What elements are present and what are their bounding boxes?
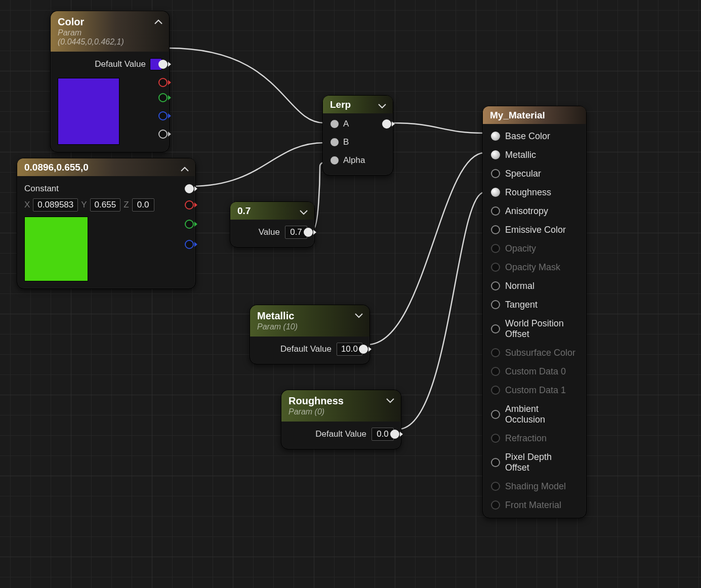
output-pin-b[interactable] (158, 111, 168, 121)
node-title: Metallic (257, 310, 347, 321)
input-pin-icon[interactable] (491, 150, 500, 159)
input-pin-icon[interactable] (491, 281, 500, 290)
node-lerp[interactable]: Lerp A B Alpha (322, 95, 393, 176)
node-roughness-param[interactable]: Roughness Param (0) Default Value 0.0 (281, 390, 401, 449)
node-title: Roughness (288, 395, 379, 406)
default-value-label: Default Value (315, 429, 366, 439)
input-pin-icon[interactable] (491, 482, 500, 491)
input-pin-alpha[interactable] (330, 156, 339, 165)
input-label: Custom Data 1 (505, 385, 566, 396)
z-value[interactable]: 0.0 (132, 198, 154, 212)
material-input-shading-model[interactable]: Shading Model (483, 477, 586, 496)
input-pin-icon[interactable] (491, 458, 500, 467)
output-pin-b[interactable] (184, 239, 194, 249)
output-pin[interactable] (303, 227, 313, 237)
node-title: 0.7 (237, 206, 292, 217)
node-header[interactable]: My_Material (483, 106, 586, 124)
output-pin-r[interactable] (184, 200, 194, 210)
chevron-up-icon[interactable] (154, 17, 163, 26)
input-pin-icon[interactable] (491, 244, 500, 253)
material-input-ambient-occlusion[interactable]: Ambient Occlusion (483, 400, 586, 429)
material-input-normal[interactable]: Normal (483, 277, 586, 296)
input-pin-icon[interactable] (491, 300, 500, 309)
node-header[interactable]: 0.7 (230, 202, 314, 220)
chevron-down-icon[interactable] (386, 396, 395, 405)
constant-label: Constant (24, 184, 59, 194)
input-label: Shading Model (505, 481, 566, 492)
material-input-refraction[interactable]: Refraction (483, 429, 586, 448)
input-label: Anisotropy (505, 206, 548, 217)
input-pin-icon[interactable] (491, 367, 500, 376)
input-pin-b[interactable] (330, 138, 339, 147)
material-input-pixel-depth-offset[interactable]: Pixel Depth Offset (483, 448, 586, 477)
node-scalar-07[interactable]: 0.7 Value 0.7 (230, 201, 315, 247)
node-title: My_Material (490, 110, 564, 121)
node-header[interactable]: 0.0896,0.655,0 (17, 158, 195, 176)
material-input-opacity[interactable]: Opacity (483, 239, 586, 258)
input-pin-icon[interactable] (491, 169, 500, 178)
input-pin-icon[interactable] (491, 132, 500, 141)
input-pin-icon[interactable] (491, 410, 500, 419)
node-material-output[interactable]: My_Material Base ColorMetallicSpecularRo… (482, 106, 587, 518)
chevron-down-icon[interactable] (378, 102, 387, 111)
material-input-custom-data-1[interactable]: Custom Data 1 (483, 381, 586, 400)
node-color-param[interactable]: Color Param (0.0445,0,0.462,1) Default V… (50, 11, 170, 152)
input-pin-icon[interactable] (491, 348, 500, 357)
material-input-metallic[interactable]: Metallic (483, 146, 586, 164)
input-label: Subsurface Color (505, 348, 575, 358)
node-header[interactable]: Color Param (0.0445,0,0.462,1) (51, 11, 169, 52)
input-label: Roughness (505, 187, 551, 198)
output-pin[interactable] (358, 344, 368, 354)
x-value[interactable]: 0.089583 (33, 198, 78, 212)
input-label: World Position Offset (505, 318, 578, 340)
material-input-tangent[interactable]: Tangent (483, 296, 586, 314)
chevron-down-icon[interactable] (354, 311, 363, 320)
output-pin-rgb[interactable] (184, 184, 194, 194)
input-pin-icon[interactable] (491, 188, 500, 197)
input-pin-icon[interactable] (491, 324, 500, 333)
output-pin[interactable] (390, 429, 400, 439)
input-label: Front Material (505, 500, 561, 511)
input-label: Opacity Mask (505, 262, 560, 273)
output-pin-r[interactable] (158, 77, 168, 88)
input-label: Base Color (505, 131, 550, 142)
input-pin-icon[interactable] (491, 434, 500, 443)
output-pin-rgba[interactable] (158, 59, 168, 69)
input-pin-icon[interactable] (491, 206, 500, 216)
material-input-base-color[interactable]: Base Color (483, 127, 586, 146)
input-alpha-label: Alpha (343, 155, 365, 165)
material-input-front-material[interactable]: Front Material (483, 496, 586, 515)
material-input-anisotropy[interactable]: Anisotropy (483, 202, 586, 221)
material-input-world-position-offset[interactable]: World Position Offset (483, 314, 586, 344)
z-label: Z (123, 200, 129, 210)
value-label: Value (259, 227, 280, 237)
material-input-custom-data-0[interactable]: Custom Data 0 (483, 362, 586, 381)
material-input-subsurface-color[interactable]: Subsurface Color (483, 344, 586, 362)
node-subtitle: Param (10) (257, 322, 347, 331)
input-pin-a[interactable] (330, 119, 339, 129)
input-pin-icon[interactable] (491, 225, 500, 234)
y-label: Y (81, 200, 87, 210)
material-input-opacity-mask[interactable]: Opacity Mask (483, 258, 586, 277)
node-constant3[interactable]: 0.0896,0.655,0 Constant X 0.089583 Y 0.6… (17, 158, 196, 289)
y-value[interactable]: 0.655 (90, 198, 121, 212)
output-pin-g[interactable] (184, 219, 194, 229)
node-header[interactable]: Roughness Param (0) (281, 390, 401, 422)
material-input-roughness[interactable]: Roughness (483, 183, 586, 202)
material-input-emissive-color[interactable]: Emissive Color (483, 221, 586, 239)
output-pin[interactable] (382, 119, 392, 129)
input-a-label: A (343, 119, 349, 129)
node-header[interactable]: Metallic Param (10) (250, 305, 369, 337)
input-pin-icon[interactable] (491, 500, 500, 510)
output-pin-g[interactable] (158, 93, 168, 103)
node-title: Color (58, 16, 147, 27)
chevron-up-icon[interactable] (180, 164, 189, 174)
chevron-down-icon[interactable] (299, 208, 308, 217)
node-header[interactable]: Lerp (323, 96, 393, 113)
node-metallic-param[interactable]: Metallic Param (10) Default Value 10.0 (250, 305, 370, 364)
output-pin-a[interactable] (158, 129, 168, 139)
material-input-specular[interactable]: Specular (483, 164, 586, 183)
input-pin-icon[interactable] (491, 386, 500, 395)
default-value-label: Default Value (280, 344, 332, 354)
input-pin-icon[interactable] (491, 263, 500, 272)
